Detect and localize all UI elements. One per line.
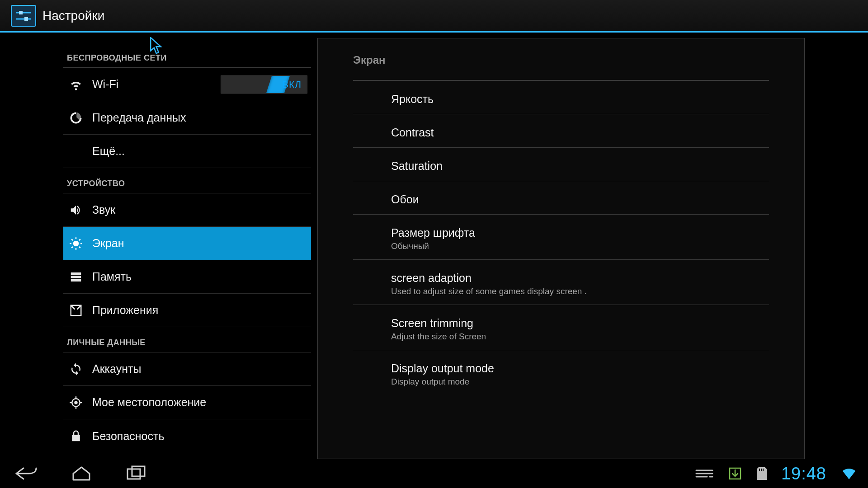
row-subtitle: Adjust the size of Screen bbox=[391, 332, 769, 342]
row-subtitle: Used to adjust size of some games displa… bbox=[391, 286, 769, 296]
svg-line-9 bbox=[71, 239, 73, 240]
section-device: УСТРОЙСТВО bbox=[63, 168, 311, 193]
sidebar-item-more[interactable]: Ещё... bbox=[63, 135, 311, 168]
row-title: Обои bbox=[391, 193, 769, 206]
apps-icon bbox=[68, 302, 84, 319]
detail-row-wallpaper[interactable]: Обои bbox=[353, 181, 769, 215]
sidebar-item-label: Экран bbox=[92, 237, 124, 250]
status-wifi-icon[interactable] bbox=[840, 466, 858, 481]
row-subtitle: Обычный bbox=[391, 241, 769, 251]
sidebar-item-display[interactable]: Экран bbox=[63, 227, 311, 260]
row-title: Screen trimming bbox=[391, 317, 769, 330]
detail-row-contrast[interactable]: Contrast bbox=[353, 114, 769, 148]
sidebar-item-label: Звук bbox=[92, 203, 115, 216]
svg-rect-13 bbox=[71, 272, 81, 275]
volume-icon bbox=[68, 202, 84, 218]
lock-icon bbox=[68, 428, 84, 444]
sidebar-item-label: Мое местоположение bbox=[92, 396, 206, 409]
sidebar-item-label: Безопасность bbox=[92, 430, 164, 443]
svg-rect-23 bbox=[127, 469, 140, 479]
home-button[interactable] bbox=[65, 463, 98, 484]
detail-row-fontsize[interactable]: Размер шрифта Обычный bbox=[353, 215, 769, 260]
download-tray-icon[interactable] bbox=[728, 466, 742, 481]
storage-icon bbox=[68, 269, 84, 285]
svg-rect-24 bbox=[132, 466, 145, 476]
row-subtitle: Display output mode bbox=[391, 377, 769, 387]
location-icon bbox=[68, 394, 84, 411]
svg-rect-15 bbox=[71, 279, 81, 282]
svg-line-10 bbox=[79, 247, 80, 248]
wifi-icon bbox=[68, 76, 84, 93]
recent-apps-button[interactable] bbox=[120, 463, 153, 484]
sidebar-item-accounts[interactable]: Аккаунты bbox=[63, 352, 311, 386]
sdcard-tray-icon[interactable] bbox=[756, 466, 768, 481]
detail-panel: Экран Яркость Contrast Saturation Обои Р… bbox=[317, 38, 805, 459]
row-title: Saturation bbox=[391, 160, 769, 173]
row-title: Размер шрифта bbox=[391, 226, 769, 239]
app-bar: Настройки bbox=[0, 0, 868, 33]
row-title: screen adaption bbox=[391, 272, 769, 285]
sidebar-item-storage[interactable]: Память bbox=[63, 260, 311, 294]
app-title: Настройки bbox=[42, 9, 104, 23]
wifi-toggle[interactable]: ВКЛ bbox=[221, 75, 307, 94]
svg-rect-2 bbox=[19, 11, 23, 14]
settings-app-icon bbox=[11, 5, 36, 27]
brightness-icon bbox=[68, 235, 84, 252]
sidebar-item-data-usage[interactable]: Передача данных bbox=[63, 101, 311, 135]
sidebar-item-label: Память bbox=[92, 270, 132, 283]
toggle-on-label: ВКЛ bbox=[282, 79, 302, 90]
svg-line-11 bbox=[71, 247, 73, 248]
section-personal: ЛИЧНЫЕ ДАННЫЕ bbox=[63, 327, 311, 352]
section-wireless: БЕСПРОВОДНЫЕ СЕТИ bbox=[63, 42, 311, 68]
sidebar-item-wifi[interactable]: Wi-Fi ВКЛ bbox=[63, 68, 311, 101]
detail-row-display-output-mode[interactable]: Display output mode Display output mode bbox=[353, 350, 769, 395]
sidebar-item-label: Ещё... bbox=[92, 145, 125, 158]
svg-rect-14 bbox=[71, 276, 81, 278]
sidebar-item-sound[interactable]: Звук bbox=[63, 193, 311, 227]
sidebar-item-label: Wi-Fi bbox=[92, 78, 118, 91]
detail-row-screen-trimming[interactable]: Screen trimming Adjust the size of Scree… bbox=[353, 305, 769, 350]
sync-icon bbox=[68, 361, 84, 377]
sidebar-item-location[interactable]: Мое местоположение bbox=[63, 386, 311, 419]
settings-sidebar: БЕСПРОВОДНЫЕ СЕТИ Wi-Fi ВКЛ Передача дан… bbox=[63, 33, 311, 459]
svg-line-12 bbox=[79, 239, 80, 240]
svg-rect-3 bbox=[24, 17, 28, 21]
detail-row-brightness[interactable]: Яркость bbox=[353, 81, 769, 114]
detail-row-saturation[interactable]: Saturation bbox=[353, 148, 769, 181]
svg-point-18 bbox=[75, 401, 77, 404]
row-title: Яркость bbox=[391, 93, 769, 106]
sidebar-item-security[interactable]: Безопасность bbox=[63, 419, 311, 453]
detail-header: Экран bbox=[353, 38, 769, 81]
sidebar-item-apps[interactable]: Приложения bbox=[63, 294, 311, 327]
keyboard-icon[interactable] bbox=[694, 467, 714, 480]
svg-point-4 bbox=[73, 240, 79, 246]
data-usage-icon bbox=[68, 110, 84, 126]
status-clock[interactable]: 19:48 bbox=[781, 464, 826, 483]
detail-row-screen-adaption[interactable]: screen adaption Used to adjust size of s… bbox=[353, 260, 769, 305]
sidebar-item-label: Передача данных bbox=[92, 111, 186, 124]
system-navbar: 19:48 bbox=[0, 459, 868, 488]
row-title: Contrast bbox=[391, 126, 769, 139]
sidebar-item-label: Аккаунты bbox=[92, 362, 141, 375]
back-button[interactable] bbox=[10, 463, 42, 484]
sidebar-item-label: Приложения bbox=[92, 304, 158, 317]
blank-icon bbox=[68, 143, 84, 160]
row-title: Display output mode bbox=[391, 362, 769, 375]
